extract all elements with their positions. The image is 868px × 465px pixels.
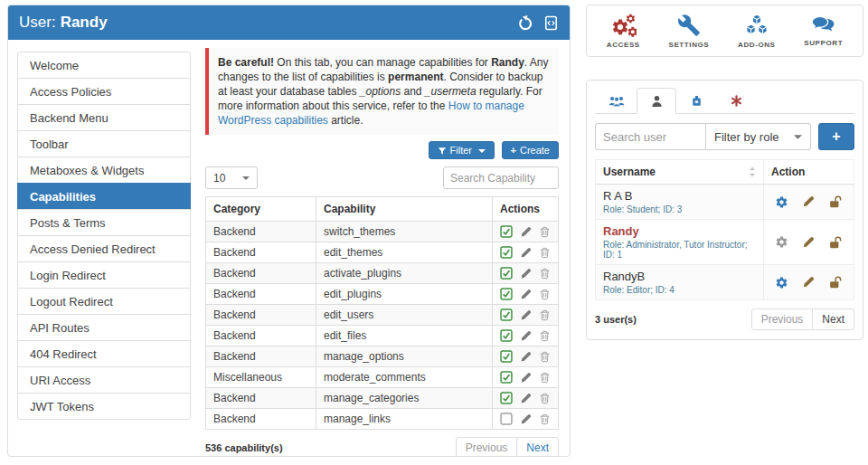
manage-user-gear-icon[interactable] [775, 276, 788, 289]
edit-capability-icon[interactable] [520, 413, 532, 425]
role-filter-select[interactable]: Filter by role [706, 123, 811, 150]
sidebar-item-access-policies[interactable]: Access Policies [17, 78, 191, 105]
manage-user-gear-icon[interactable] [775, 195, 788, 209]
capability-cell: manage_links [316, 409, 493, 430]
menu-item-settings[interactable]: SETTINGS [669, 14, 710, 49]
next-page-button[interactable]: Next [517, 437, 559, 457]
capabilities-pagination: Previous Next [456, 437, 559, 457]
column-header-category: Category [206, 197, 316, 222]
sidebar-item-welcome[interactable]: Welcome [17, 52, 191, 79]
sidebar-item-metaboxes-widgets[interactable]: Metaboxes & Widgets [17, 157, 191, 184]
delete-capability-icon[interactable] [539, 393, 551, 404]
sidebar-item-backend-menu[interactable]: Backend Menu [17, 104, 191, 131]
edit-user-icon[interactable] [802, 195, 815, 208]
sidebar-item-uri-access[interactable]: URI Access [17, 366, 191, 394]
lock-user-icon[interactable] [828, 195, 843, 208]
capability-checkbox-icon[interactable] [500, 308, 513, 321]
category-cell: Backend [206, 242, 316, 263]
previous-page-button[interactable]: Previous [751, 308, 814, 330]
capability-cell: moderate_comments [316, 367, 493, 388]
user-role-meta: Role: Student; ID: 3 [603, 204, 756, 214]
manage-user-gear-icon[interactable] [775, 235, 788, 249]
delete-capability-icon[interactable] [539, 268, 551, 280]
column-header-username: Username [596, 160, 764, 185]
edit-capability-icon[interactable] [520, 268, 532, 280]
username[interactable]: R A B [603, 189, 756, 203]
delete-capability-icon[interactable] [539, 372, 551, 384]
funnel-icon [438, 147, 447, 156]
subject-tabs [595, 88, 854, 114]
edit-user-icon[interactable] [802, 276, 815, 289]
capability-checkbox-icon[interactable] [500, 267, 513, 280]
user-row: Randy Role: Administrator, Tutor Instruc… [596, 220, 854, 265]
filter-button[interactable]: Filter [429, 141, 495, 159]
column-header-capability: Capability [316, 197, 493, 222]
sidebar-item-toolbar[interactable]: Toolbar [17, 130, 191, 157]
capability-checkbox-icon[interactable] [500, 225, 513, 238]
column-header-actions: Actions [493, 197, 559, 222]
edit-capability-icon[interactable] [520, 351, 532, 363]
capability-checkbox-icon[interactable] [500, 413, 513, 425]
create-button[interactable]: +Create [502, 141, 559, 159]
sort-icon[interactable] [749, 166, 756, 177]
edit-capability-icon[interactable] [520, 372, 532, 384]
sidebar-item-logout-redirect[interactable]: Logout Redirect [17, 288, 191, 315]
tab-default[interactable] [716, 88, 756, 114]
menu-item-addons[interactable]: ADD-ONS [738, 14, 776, 49]
user-role-meta: Role: Editor; ID: 4 [603, 285, 756, 295]
capability-checkbox-icon[interactable] [500, 392, 513, 404]
capability-cell: activate_plugins [316, 263, 493, 284]
edit-user-icon[interactable] [802, 236, 815, 249]
lock-user-icon[interactable] [828, 236, 843, 249]
next-page-button[interactable]: Next [813, 308, 854, 330]
sidebar-item-404-redirect[interactable]: 404 Redirect [17, 340, 191, 367]
sidebar-item-login-redirect[interactable]: Login Redirect [17, 261, 191, 289]
delete-capability-icon[interactable] [539, 289, 551, 300]
roles-icon [609, 95, 625, 108]
sidebar-item-jwt-tokens[interactable]: JWT Tokens [17, 393, 191, 420]
category-cell: Backend [206, 388, 316, 409]
tab-roles[interactable] [597, 88, 637, 114]
capability-checkbox-icon[interactable] [500, 288, 513, 300]
username[interactable]: Randy [603, 224, 756, 238]
delete-capability-icon[interactable] [539, 413, 551, 425]
visitor-icon [691, 95, 703, 107]
username[interactable]: RandyB [603, 270, 756, 283]
previous-page-button[interactable]: Previous [456, 437, 518, 457]
capability-cell: edit_themes [316, 242, 493, 263]
sidebar-item-capabilities[interactable]: Capabilities [17, 183, 191, 210]
sidebar-item-posts-terms[interactable]: Posts & Terms [17, 209, 191, 236]
delete-capability-icon[interactable] [539, 309, 551, 321]
capability-checkbox-icon[interactable] [500, 246, 513, 259]
undo-icon[interactable] [517, 15, 533, 31]
edit-capability-icon[interactable] [520, 226, 532, 238]
delete-capability-icon[interactable] [539, 226, 551, 238]
edit-capability-icon[interactable] [520, 330, 532, 342]
edit-capability-icon[interactable] [520, 309, 532, 321]
delete-capability-icon[interactable] [539, 247, 551, 259]
sidebar-item-api-routes[interactable]: API Routes [17, 314, 191, 341]
lock-user-icon[interactable] [828, 276, 843, 289]
tab-users[interactable] [637, 88, 676, 114]
menu-item-access[interactable]: ACCESS [607, 13, 640, 49]
sidebar-item-access-denied-redirect[interactable]: Access Denied Redirect [17, 235, 191, 262]
plus-icon: + [511, 145, 516, 156]
user-search-input[interactable] [595, 123, 706, 150]
add-user-button[interactable]: + [818, 123, 854, 150]
edit-capability-icon[interactable] [520, 247, 532, 259]
panel-header: User: Randy [8, 5, 570, 40]
tab-visitors[interactable] [676, 88, 716, 114]
delete-capability-icon[interactable] [539, 330, 551, 342]
capability-search-input[interactable] [443, 166, 559, 189]
edit-capability-icon[interactable] [520, 393, 532, 404]
capability-checkbox-icon[interactable] [500, 329, 513, 342]
delete-capability-icon[interactable] [539, 351, 551, 363]
menu-item-support[interactable]: SUPPORT [804, 15, 843, 47]
caret-down-icon [478, 149, 486, 153]
page-size-select[interactable]: 10 [205, 166, 258, 189]
capability-checkbox-icon[interactable] [500, 350, 513, 363]
category-cell: Backend [206, 222, 316, 242]
capability-checkbox-icon[interactable] [500, 371, 513, 384]
file-code-icon[interactable] [543, 15, 559, 31]
edit-capability-icon[interactable] [520, 289, 532, 300]
